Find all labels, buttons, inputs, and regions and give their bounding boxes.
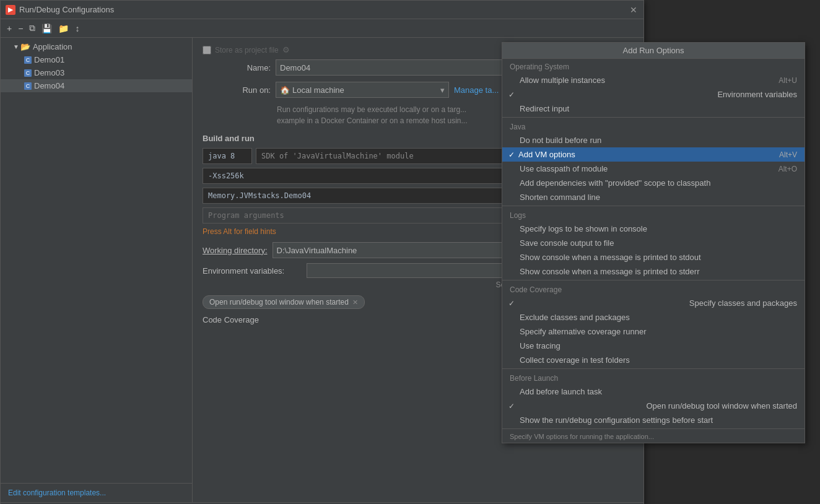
dropdown-title: Add Run Options xyxy=(502,43,805,59)
add-dependencies-item[interactable]: Add dependencies with "provided" scope t… xyxy=(502,176,805,190)
environment-variables-item[interactable]: Environment variables xyxy=(502,87,805,102)
class-icon: C xyxy=(24,56,32,64)
logs-section-header: Logs xyxy=(502,207,805,222)
run-on-value: Local machine xyxy=(292,85,344,95)
redirect-input-item[interactable]: Redirect input xyxy=(502,102,805,116)
save-console-output-item[interactable]: Save console output to file xyxy=(502,236,805,250)
use-classpath-item[interactable]: Use classpath of module Alt+O xyxy=(502,162,805,176)
separator-2 xyxy=(502,206,805,206)
chip-label: Open run/debug tool window when started xyxy=(209,298,349,306)
app-icon: ▶ xyxy=(6,5,15,15)
add-run-options-dropdown: Add Run Options Operating System Allow m… xyxy=(502,42,805,443)
tree-group-application-label: Application xyxy=(33,42,72,51)
chip-remove-button[interactable]: ✕ xyxy=(352,298,358,306)
exclude-classes-item[interactable]: Exclude classes and packages xyxy=(502,310,805,324)
folder-config-button[interactable]: 📁 xyxy=(56,22,71,35)
shorten-command-item[interactable]: Shorten command line xyxy=(502,190,805,204)
code-coverage-section-header: Code Coverage xyxy=(502,282,805,296)
run-on-dropdown[interactable]: 🏠 Local machine ▾ xyxy=(276,82,449,98)
open-run-debug-window-item[interactable]: Open run/debug tool window when started xyxy=(502,399,805,413)
before-launch-section-header: Before Launch xyxy=(502,370,805,385)
edit-config-link[interactable]: Edit configuration templates... xyxy=(1,483,192,502)
name-label: Name: xyxy=(203,63,271,72)
remove-config-button[interactable]: − xyxy=(15,22,25,35)
specify-classes-item[interactable]: Specify classes and packages xyxy=(502,296,805,310)
working-dir-label: Working directory: xyxy=(203,246,268,255)
open-window-chip: Open run/debug tool window when started … xyxy=(203,295,365,309)
tree-item-demo01[interactable]: C Demo01 xyxy=(1,53,192,66)
add-vm-options-item[interactable]: Add VM options Alt+V xyxy=(502,147,805,162)
store-project-file-label: Store as project file xyxy=(215,46,279,54)
manage-targets-link[interactable]: Manage ta... xyxy=(454,85,499,95)
specify-alt-coverage-item[interactable]: Specify alternative coverage runner xyxy=(502,324,805,339)
show-console-stdout-item[interactable]: Show console when a message is printed t… xyxy=(502,250,805,264)
store-project-file-checkbox[interactable] xyxy=(203,46,211,54)
save-config-button[interactable]: 💾 xyxy=(39,22,55,35)
collect-coverage-item[interactable]: Collect coverage in test folders xyxy=(502,353,805,367)
gear-icon[interactable]: ⚙ xyxy=(282,45,290,54)
chevron-down-icon: ▾ xyxy=(440,85,445,95)
title-bar: ▶ Run/Debug Configurations ✕ xyxy=(1,1,643,19)
separator-1 xyxy=(502,117,805,118)
separator-5 xyxy=(502,428,805,429)
sort-config-button[interactable]: ↕ xyxy=(72,22,82,35)
add-before-launch-item[interactable]: Add before launch task xyxy=(502,385,805,399)
do-not-build-item[interactable]: Do not build before run xyxy=(502,133,805,147)
class-icon: C xyxy=(24,69,32,77)
left-panel: ▼ 📂 Application C Demo01 C Demo03 xyxy=(1,38,193,502)
window-title: Run/Debug Configurations xyxy=(19,5,629,14)
show-run-debug-settings-item[interactable]: Show the run/debug configuration setting… xyxy=(502,413,805,427)
class-icon-selected: C xyxy=(24,82,32,90)
use-tracing-item[interactable]: Use tracing xyxy=(502,339,805,353)
close-button[interactable]: ✕ xyxy=(629,5,639,15)
toolbar: + − ⧉ 💾 📁 ↕ xyxy=(1,19,643,38)
java-version-field[interactable]: java 8 xyxy=(203,148,252,164)
tree-item-demo04[interactable]: C Demo04 xyxy=(1,79,192,92)
folder-icon: 📂 xyxy=(20,42,30,51)
dropdown-footer: Specify VM options for running the appli… xyxy=(502,430,805,443)
tree-group-application[interactable]: ▼ 📂 Application xyxy=(1,40,192,53)
specify-logs-item[interactable]: Specify logs to be shown in console xyxy=(502,222,805,236)
env-label: Environment variables: xyxy=(203,266,302,276)
java-section-header: Java xyxy=(502,119,805,133)
separator-3 xyxy=(502,280,805,280)
allow-multiple-instances-item[interactable]: Allow multiple instances Alt+U xyxy=(502,73,805,87)
os-section-header: Operating System xyxy=(502,59,805,73)
show-console-stderr-item[interactable]: Show console when a message is printed t… xyxy=(502,264,805,279)
home-icon: 🏠 xyxy=(280,85,290,95)
add-config-button[interactable]: + xyxy=(4,22,14,35)
separator-4 xyxy=(502,368,805,369)
config-tree: ▼ 📂 Application C Demo01 C Demo03 xyxy=(1,38,192,483)
copy-config-button[interactable]: ⧉ xyxy=(27,22,38,35)
tree-item-demo03[interactable]: C Demo03 xyxy=(1,66,192,79)
run-on-label: Run on: xyxy=(203,85,271,95)
